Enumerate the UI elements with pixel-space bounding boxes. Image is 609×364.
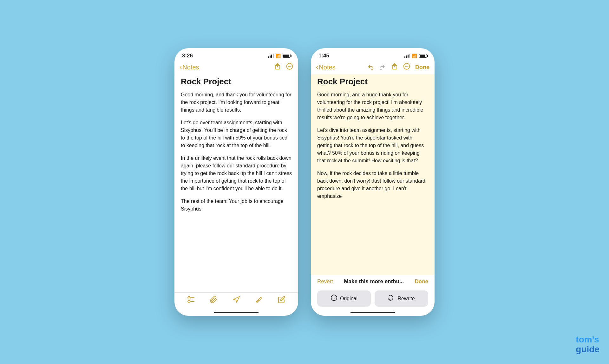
ai-bar: Revert Make this more enthu... Done	[311, 275, 435, 288]
navigation-icon[interactable]	[232, 296, 240, 305]
svg-point-8	[188, 300, 190, 303]
left-home-indicator	[214, 312, 259, 313]
svg-point-6	[188, 297, 189, 298]
right-para2: Let's dive into team assignments, starti…	[317, 127, 428, 165]
ai-done-button[interactable]: Done	[415, 278, 428, 285]
left-nav-bar: ‹ Notes	[174, 62, 298, 74]
left-phone: 3:26 📶 ‹ Notes	[174, 48, 298, 316]
svg-point-15	[406, 66, 407, 67]
right-status-icons: 📶	[404, 54, 427, 58]
left-toolbar	[174, 292, 298, 310]
right-content: Rock Project Good morning, and a huge th…	[311, 74, 435, 275]
share-icon[interactable]	[274, 63, 281, 72]
rewrite-label: Rewrite	[397, 296, 415, 302]
left-nav-left[interactable]: ‹ Notes	[180, 63, 199, 71]
right-time: 1:45	[318, 53, 329, 59]
right-home-indicator	[350, 312, 395, 313]
right-status-bar: 1:45 📶	[311, 48, 435, 62]
paperclip-icon[interactable]	[210, 296, 217, 305]
right-back-arrow-icon[interactable]: ‹	[316, 63, 318, 71]
right-battery-icon	[419, 54, 427, 58]
left-nav-right	[274, 63, 293, 72]
left-para4: The rest of the team: Your job is to enc…	[181, 198, 292, 213]
right-note-title: Rock Project	[317, 77, 428, 87]
right-para3: Now, if the rock decides to take a littl…	[317, 170, 428, 200]
rewrite-button[interactable]: Rewrite	[375, 290, 428, 307]
wifi-icon: 📶	[276, 54, 281, 58]
right-done-nav[interactable]: Done	[415, 64, 429, 71]
right-note-body: Good morning, and a huge thank you for v…	[317, 91, 428, 200]
right-more-icon[interactable]	[403, 63, 410, 72]
left-para3: In the unlikely event that the rock roll…	[181, 154, 292, 192]
original-icon	[331, 294, 337, 303]
checklist-icon[interactable]	[187, 296, 195, 305]
right-nav-bar: ‹ Notes	[311, 62, 435, 74]
left-status-bar: 3:26 📶	[174, 48, 298, 62]
watermark-line2: guide	[576, 345, 599, 354]
right-signal-icon	[404, 54, 410, 58]
left-back-label[interactable]: Notes	[182, 64, 199, 71]
left-para2: Let's go over team assignments, starting…	[181, 119, 292, 149]
right-wifi-icon: 📶	[412, 54, 417, 58]
original-button[interactable]: Original	[317, 290, 371, 307]
watermark: tom's guide	[576, 335, 599, 354]
left-content: Rock Project Good morning, and thank you…	[174, 74, 298, 292]
svg-marker-10	[233, 296, 239, 302]
undo-icon[interactable]	[367, 63, 374, 72]
back-arrow-icon[interactable]: ‹	[180, 63, 182, 71]
revert-button[interactable]: Revert	[317, 278, 333, 285]
compose-icon[interactable]	[278, 296, 285, 305]
original-label: Original	[340, 296, 357, 302]
brush-icon[interactable]	[255, 296, 263, 305]
left-status-icons: 📶	[268, 54, 291, 58]
watermark-line1: tom's	[576, 335, 599, 345]
svg-point-3	[289, 66, 290, 67]
right-nav-left[interactable]: ‹ Notes	[316, 63, 336, 71]
more-icon[interactable]	[286, 63, 293, 72]
svg-point-14	[405, 66, 406, 67]
redo-icon[interactable]	[379, 63, 386, 72]
ai-buttons-row: Original Rewrite	[311, 288, 435, 310]
left-para1: Good morning, and thank you for voluntee…	[181, 91, 292, 114]
right-back-label[interactable]: Notes	[319, 64, 335, 71]
svg-point-2	[288, 66, 289, 67]
rewrite-icon	[388, 294, 395, 303]
svg-point-4	[290, 66, 291, 67]
left-note-title: Rock Project	[181, 77, 292, 87]
ai-prompt-text: Make this more enthu...	[344, 278, 404, 285]
left-note-body: Good morning, and thank you for voluntee…	[181, 91, 292, 213]
right-share-icon[interactable]	[391, 63, 398, 72]
left-time: 3:26	[182, 53, 193, 59]
svg-line-11	[257, 302, 258, 302]
battery-icon	[283, 54, 291, 58]
right-phone: 1:45 📶 ‹ Notes	[311, 48, 435, 316]
right-nav-right: Done	[367, 63, 429, 72]
right-para1: Good morning, and a huge thank you for v…	[317, 91, 428, 121]
signal-icon	[268, 54, 274, 58]
svg-point-16	[407, 66, 408, 67]
